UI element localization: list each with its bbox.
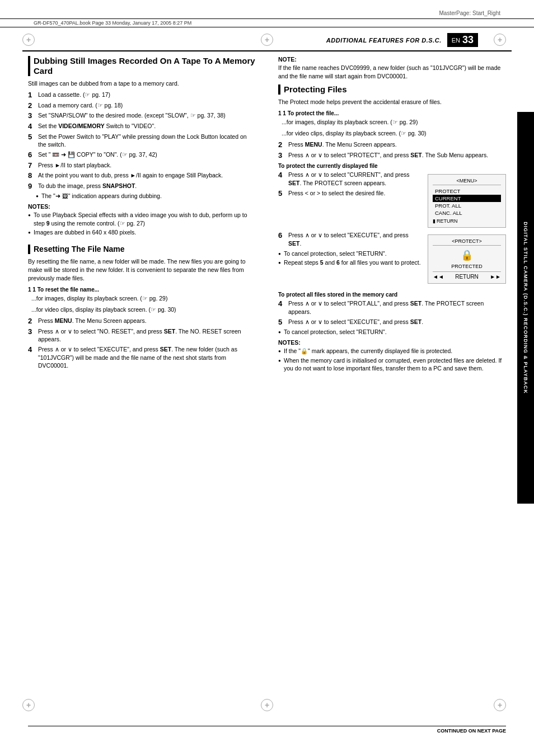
- resetting-heading: Resetting The File Name: [28, 245, 256, 254]
- protect-current-label: To protect the currently displayed file: [278, 163, 506, 169]
- protect-cancel-note2: To cancel protection, select "RETURN".: [278, 328, 506, 336]
- main-content: Dubbing Still Images Recorded On A Tape …: [0, 51, 534, 374]
- dub-step-6: 6 Set " 📼 ➜ 💾 COPY" to "ON". (☞ pg. 37, …: [28, 151, 256, 159]
- protect-all-label: To protect all files stored in the memor…: [278, 292, 506, 298]
- dub-step-7: 7 Press ►/II to start playback.: [28, 161, 256, 170]
- dub-step-2: 2 Load a memory card. (☞ pg. 18): [28, 101, 256, 110]
- protect-sub1-text2: ...for video clips, display its playback…: [282, 129, 506, 138]
- reset-note-box: NOTE: If the file name reaches DVC09999,…: [278, 56, 506, 80]
- reset-sub1-text2: ...for video clips, display its playback…: [31, 306, 256, 314]
- protect-note-1: If the "🔒" mark appears, the currently d…: [278, 347, 506, 355]
- dub-snapshot-note: The "➜ 🖼" indication appears during dubb…: [36, 192, 256, 200]
- dub-notes-label: NOTES:: [28, 203, 256, 210]
- protect-all-step-4: 4 Press ∧ or ∨ to select "PROT.ALL", and…: [278, 299, 506, 316]
- protect-step-2: 2 Press MENU. The Menu Screen appears.: [278, 140, 506, 149]
- bottom-bar: CONTINUED ON NEXT PAGE: [28, 726, 506, 734]
- reset-step-4: 4 Press ∧ or ∨ to select "EXECUTE", and …: [28, 345, 256, 370]
- dub-note-1: To use Playback Special effects with a v…: [28, 211, 256, 227]
- screen2-nav: ◄◄ RETURN ►►: [433, 271, 501, 280]
- file-info-bar: GR-DF570_470PAL.book Page 33 Monday, Jan…: [0, 18, 534, 27]
- screen1-canc-all: CANC. ALL: [433, 209, 501, 217]
- screen2-title: <PROTECT>: [433, 238, 501, 246]
- section-title: ADDITIONAL FEATURES FOR D.S.C.: [56, 37, 447, 44]
- reg-mark-tr: [494, 34, 506, 46]
- screen2-prev: ◄◄: [433, 274, 444, 280]
- protect-notes-label: NOTES:: [278, 339, 506, 346]
- dub-step-8: 8 At the point you want to dub, press ►/…: [28, 171, 256, 180]
- master-page-label: MasterPage: Start_Right: [0, 0, 534, 18]
- protect-menu-screen: <MENU> PROTECT CURRENT PROT. ALL CANC. A…: [428, 174, 506, 228]
- reg-mark-tl: [22, 34, 35, 46]
- protect-step-5: 5 Press < or > to select the desired fil…: [278, 189, 422, 198]
- protecting-heading: Protecting Files: [278, 84, 506, 95]
- protect-sub1-label: 1 1 To protect the file...: [278, 110, 506, 116]
- protect-step-3: 3 Press ∧ or ∨ to select "PROTECT", and …: [278, 151, 506, 160]
- protect-cancel-note: To cancel protection, select "RETURN".: [278, 250, 506, 258]
- protect-step-6: 6 Press ∧ or ∨ to select "EXECUTE", and …: [278, 231, 422, 247]
- protect-step-4: 4 Press ∧ or ∨ to select "CURRENT", and …: [278, 171, 422, 187]
- screen1-return: ▮RETURN: [433, 218, 501, 224]
- page-number-block: EN 33: [447, 33, 478, 47]
- screen1-protect: PROTECT: [433, 187, 501, 195]
- sidebar-vertical: DIGITAL STILL CAMERA (D.S.C.) RECORDING …: [517, 112, 534, 504]
- screen1-current: CURRENT: [433, 195, 501, 202]
- protect-repeat-note: Repeat steps 5 and 6 for all files you w…: [278, 259, 506, 267]
- resetting-intro: By resetting the file name, a new folder…: [28, 257, 256, 283]
- dub-step-4: 4 Set the VIDEO/MEMORY Switch to "VIDEO"…: [28, 122, 256, 131]
- page-number: 33: [462, 34, 474, 46]
- reset-sub1-label: 1 1 To reset the file name...: [28, 287, 256, 293]
- reset-sub1-text1: ...for images, display its playback scre…: [31, 294, 256, 303]
- dub-step-1: 1 Load a cassette. (☞ pg. 17): [28, 91, 256, 100]
- protect-all-step-5: 5 Press ∧ or ∨ to select "EXECUTE", and …: [278, 318, 506, 327]
- protect-note-2: When the memory card is initialised or c…: [278, 356, 506, 373]
- en-label: EN: [452, 37, 460, 44]
- reset-step-2: 2 Press MENU. The Menu Screen appears.: [28, 317, 256, 326]
- screen1-prot-all: PROT. ALL: [433, 202, 501, 209]
- dub-step-3: 3 Set "SNAP/SLOW" to the desired mode. (…: [28, 111, 256, 120]
- protect-current-block: <MENU> PROTECT CURRENT PROT. ALL CANC. A…: [278, 171, 506, 231]
- dub-note-2: Images are dubbed in 640 x 480 pixels.: [28, 228, 256, 237]
- right-column: NOTE: If the file name reaches DVC09999,…: [273, 56, 506, 374]
- screen1-title: <MENU>: [433, 178, 501, 185]
- dubbing-intro: Still images can be dubbed from a tape t…: [28, 79, 256, 88]
- reg-mark-br: [494, 699, 506, 711]
- protect-execute-block: <PROTECT> 🔒 PROTECTED ◄◄ RETURN ►► 6 Pre…: [278, 231, 506, 287]
- page: MasterPage: Start_Right GR-DF570_470PAL.…: [0, 0, 534, 756]
- reg-mark-tc: [261, 34, 273, 46]
- reset-step-3: 3 Press ∧ or ∨ to select "NO. RESET", an…: [28, 327, 256, 344]
- screen2-return: RETURN: [455, 274, 479, 280]
- dub-step-5: 5 Set the Power Switch to "PLAY" while p…: [28, 133, 256, 149]
- protecting-intro: The Protect mode helps prevent the accid…: [278, 98, 506, 106]
- reset-note-title: NOTE:: [278, 56, 506, 63]
- screen2-next: ►►: [490, 274, 501, 280]
- reset-note-text: If the file name reaches DVC09999, a new…: [278, 64, 506, 80]
- reg-mark-bc: [261, 699, 273, 711]
- protect-sub1-text1: ...for images, display its playback scre…: [282, 118, 506, 126]
- sidebar-vertical-text: DIGITAL STILL CAMERA (D.S.C.) RECORDING …: [523, 222, 528, 393]
- left-column: Dubbing Still Images Recorded On A Tape …: [28, 56, 261, 374]
- dubbing-heading: Dubbing Still Images Recorded On A Tape …: [28, 56, 256, 76]
- dub-step-9: 9 To dub the image, press SNAPSHOT.: [28, 182, 256, 191]
- reg-mark-bl: [22, 699, 35, 711]
